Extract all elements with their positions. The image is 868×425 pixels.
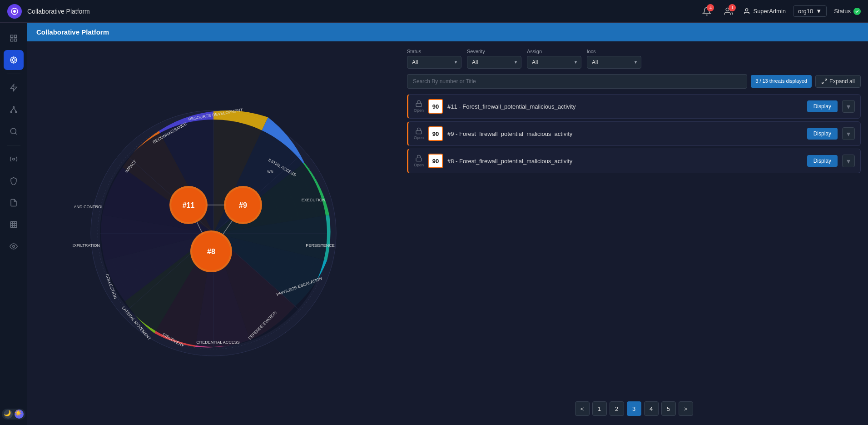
svg-point-14 (13, 106, 14, 108)
svg-line-103 (825, 79, 827, 81)
nav-icons: 4 1 SuperAdmin org10 ▼ Status (699, 4, 861, 19)
threat-title: #8 - Forest_firewall_potential_malicious… (447, 158, 803, 165)
sidebar-item-search[interactable] (4, 121, 24, 141)
pagination-prev[interactable]: < (575, 401, 590, 416)
theme-dark: 🌙 (4, 410, 13, 419)
filter-status-group: Status All (407, 49, 461, 69)
filter-status-label: Status (407, 49, 461, 54)
status-select-wrapper: All (407, 56, 461, 69)
threat-item: Open 90 #9 - Forest_firewall_potential_m… (407, 121, 861, 146)
pagination-page-1[interactable]: 1 (592, 401, 607, 416)
threats-count: 3 / 13 threats displayed (751, 75, 812, 87)
sidebar-item-alerts[interactable] (4, 78, 24, 98)
svg-text:EXFILTRATION: EXFILTRATION (73, 243, 100, 248)
sidebar-item-eye[interactable] (4, 236, 24, 256)
threat-title: #11 - Forest_firewall_potential_maliciou… (447, 103, 803, 110)
status-indicator: Status (834, 8, 861, 15)
filter-severity-group: Severity All (467, 49, 521, 69)
display-button[interactable]: Display (807, 100, 838, 112)
sidebar-item-dashboard[interactable] (4, 28, 24, 48)
theme-light: ☀️ (15, 410, 24, 419)
search-row: 3 / 13 threats displayed Expand all (407, 74, 861, 89)
svg-line-18 (14, 108, 16, 111)
svg-point-16 (15, 111, 16, 113)
filter-severity-label: Severity (467, 49, 521, 54)
threat-expand-chevron[interactable]: ▾ (842, 127, 855, 140)
status-dot (853, 8, 861, 15)
svg-point-3 (746, 9, 748, 11)
svg-line-20 (15, 133, 16, 134)
notification-badge: 4 (707, 4, 714, 11)
sidebar-divider-1 (7, 74, 20, 74)
username: SuperAdmin (753, 8, 786, 15)
expand-all-button[interactable]: Expand all (815, 75, 861, 88)
svg-rect-6 (10, 39, 13, 41)
sidebar-item-shield[interactable] (4, 171, 24, 191)
filter-locs-label: locs (587, 49, 641, 54)
main-content: Collaborative Platform (27, 23, 868, 425)
filter-locs-group: locs All (587, 49, 641, 69)
svg-line-17 (11, 108, 13, 111)
user-menu[interactable]: SuperAdmin (743, 8, 786, 15)
pagination-page-4[interactable]: 4 (644, 401, 659, 416)
sidebar-item-threat-intel[interactable] (4, 50, 24, 70)
severity-select[interactable]: All (467, 56, 521, 69)
org-selector[interactable]: org10 ▼ (793, 5, 827, 17)
org-chevron: ▼ (816, 8, 822, 15)
sidebar-item-integrations[interactable] (4, 149, 24, 169)
display-button[interactable]: Display (807, 128, 838, 140)
assign-select[interactable]: All (527, 56, 581, 69)
pagination-next[interactable]: > (679, 401, 693, 416)
svg-point-15 (10, 111, 12, 113)
notifications-button[interactable]: 4 (699, 4, 714, 19)
sidebar-item-reports[interactable] (4, 193, 24, 213)
threat-score: 90 (428, 99, 443, 114)
svg-point-27 (12, 245, 15, 248)
users-button[interactable]: 1 (721, 4, 736, 19)
nav-title: Collaborative Platform (27, 8, 90, 15)
threat-list: Open 90 #11 - Forest_firewall_potential_… (407, 94, 861, 396)
svg-rect-5 (14, 35, 16, 37)
threat-title: #9 - Forest_firewall_potential_malicious… (447, 130, 803, 137)
locs-select-wrapper: All (587, 56, 641, 69)
sidebar-item-network[interactable] (4, 100, 24, 120)
threat-expand-chevron[interactable]: ▾ (842, 100, 855, 113)
status-label: Status (834, 8, 851, 15)
sidebar-divider-2 (7, 145, 20, 145)
pagination-page-2[interactable]: 2 (610, 401, 624, 416)
svg-rect-105 (416, 103, 422, 106)
search-input[interactable] (407, 74, 747, 89)
svg-point-19 (10, 128, 16, 134)
svg-text:COMMAND AND CONTROL: COMMAND AND CONTROL (73, 205, 104, 209)
sidebar-bottom: 🌙 ☀️ (2, 409, 25, 420)
svg-text:#9: #9 (239, 201, 247, 209)
threat-expand-chevron[interactable]: ▾ (842, 155, 855, 167)
sidebar-item-grid[interactable] (4, 215, 24, 235)
threat-score: 90 (428, 154, 443, 168)
svg-text:WN: WN (267, 170, 273, 174)
svg-rect-107 (416, 158, 422, 161)
svg-text:PERSISTENCE: PERSISTENCE (306, 243, 335, 248)
svg-rect-106 (416, 130, 422, 134)
svg-text:#8: #8 (207, 248, 215, 255)
app-logo (7, 4, 22, 19)
theme-toggle[interactable]: 🌙 ☀️ (2, 409, 25, 420)
expand-all-label: Expand all (829, 78, 855, 85)
radar-chart: INITIAL ACCESS EXECUTION PERSISTENCE PRI… (73, 92, 354, 374)
threat-panel: Status All Severity All (400, 41, 868, 425)
filters-row: Status All Severity All (407, 49, 861, 69)
filter-assign-group: Assign All (527, 49, 581, 69)
pagination: <12345> (407, 396, 861, 418)
radar-panel: INITIAL ACCESS EXECUTION PERSISTENCE PRI… (27, 41, 400, 425)
page-header: Collaborative Platform (27, 23, 868, 41)
status-select[interactable]: All (407, 56, 461, 69)
threat-item: Open 90 #11 - Forest_firewall_potential_… (407, 94, 861, 119)
threat-open: Open (414, 127, 424, 140)
locs-select[interactable]: All (587, 56, 641, 69)
svg-text:EXECUTION: EXECUTION (302, 198, 326, 202)
svg-point-9 (12, 59, 15, 61)
pagination-page-3[interactable]: 3 (627, 401, 641, 416)
display-button[interactable]: Display (807, 155, 838, 167)
content-area: INITIAL ACCESS EXECUTION PERSISTENCE PRI… (27, 41, 868, 425)
pagination-page-5[interactable]: 5 (661, 401, 676, 416)
